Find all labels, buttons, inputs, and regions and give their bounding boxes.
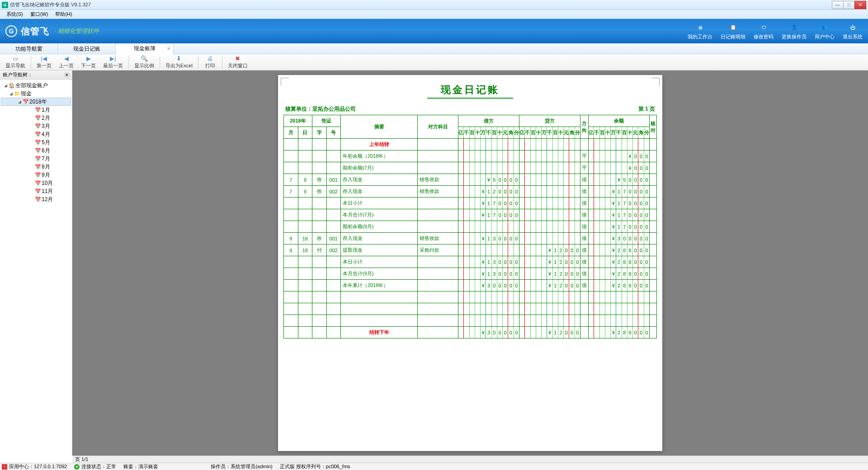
tree-label: 2018年 — [29, 98, 47, 106]
tree-month-1月[interactable]: 📅1月 — [1, 106, 71, 114]
tree-node-icon: 📅 — [34, 188, 42, 194]
close-window-icon: ✖ — [234, 56, 241, 62]
sidebar-title: 账户导航树： — [3, 71, 33, 78]
change-password[interactable]: 🛡修改密码 — [754, 23, 774, 40]
tree-month-6月[interactable]: 📅6月 — [1, 146, 71, 155]
next-page[interactable]: ▶下一页 — [77, 55, 99, 70]
tool-label: 显示导航 — [5, 62, 25, 69]
account-tree: ◢🏠全部现金账户◢📁现金◢📅2018年📅1月📅2月📅3月📅4月📅5月📅6月📅7月… — [0, 80, 72, 456]
next-page-icon: ▶ — [85, 56, 92, 62]
th-debit: 借方 — [458, 115, 519, 127]
tree-label: 3月 — [42, 122, 50, 130]
tree-group-cash[interactable]: ◢📁现金 — [1, 89, 71, 98]
prev-page[interactable]: ◀上一页 — [55, 55, 77, 70]
th-direction: 方向 — [580, 115, 589, 139]
export-excel-icon: ⬇ — [175, 56, 183, 62]
tool-label: 显示比例 — [134, 62, 154, 69]
tab-label: 现金日记账 — [73, 45, 100, 53]
tree-label: 2月 — [42, 114, 50, 122]
switch-operator-icon: 👤 — [789, 23, 800, 33]
tree-label: 1月 — [42, 106, 50, 114]
tree-year-2018[interactable]: ◢📅2018年 — [1, 98, 71, 106]
tab-功能导航窗[interactable]: 功能导航窗 — [0, 43, 58, 54]
sidebar-close-icon[interactable]: ✕ — [64, 72, 70, 78]
last-page[interactable]: ▶|最后一页 — [99, 55, 127, 70]
tabs: 功能导航窗现金日记账现金账簿✕ — [0, 43, 868, 54]
banner-action-label: 退出系统 — [843, 33, 863, 40]
menu-window[interactable]: 窗口(W) — [27, 10, 52, 19]
crop-mark-icon — [281, 78, 289, 86]
banner: G 信管飞 · 精细化管理软件 🖥我的工作台📋日记账明细🛡修改密码👤更换操作员👥… — [0, 19, 868, 43]
menu-system[interactable]: 系统(S) — [3, 10, 27, 19]
statusbar: !应用中心：127.0.0.1:7092 ●连接状态：正常 账套：演示账套 操作… — [0, 463, 868, 470]
tree-label: 5月 — [42, 139, 50, 146]
ledger-row: 9 18 付 002 提取现金 采购付款 ¥12000 借 ¥288000 — [284, 244, 657, 256]
tab-label: 现金账簿 — [134, 45, 156, 52]
zoom[interactable]: 🔍显示比例 — [131, 55, 158, 70]
tree-month-11月[interactable]: 📅11月 — [1, 187, 71, 195]
journal-detail-icon: 📋 — [728, 23, 739, 33]
document-area: 现金日记账 核算单位：亚拓办公用品公司 第 1 页 2018年 凭证 摘要 对方… — [72, 70, 868, 456]
tree-arrow-icon: ◢ — [3, 83, 8, 88]
maximize-button[interactable]: □ — [843, 1, 855, 9]
ledger-row: 7 9 收 001 存入现金 销售收款 ¥50000 借 ¥50000 — [284, 174, 657, 186]
tree-month-2月[interactable]: 📅2月 — [1, 114, 71, 122]
switch-operator[interactable]: 👤更换操作员 — [782, 23, 807, 40]
menu-help[interactable]: 帮助(H) — [52, 10, 75, 19]
show-nav-icon: ▭ — [12, 56, 19, 62]
my-workbench[interactable]: 🖥我的工作台 — [688, 23, 712, 40]
tab-现金账簿[interactable]: 现金账簿✕ — [116, 43, 174, 54]
toolbar: ▭显示导航|◀第一页◀上一页▶下一页▶|最后一页🔍显示比例⬇导出为Excel🖨打… — [0, 54, 868, 70]
ledger-row: 年初余额（2018年） 平 ¥000 — [284, 150, 657, 162]
th-year: 2018年 — [284, 115, 312, 127]
first-page[interactable]: |◀第一页 — [33, 55, 55, 70]
minimize-button[interactable]: — — [832, 1, 844, 9]
titlebar: G 信管飞出纳记账软件专业版 V9.1.327 — □ ✕ — [0, 0, 868, 10]
banner-action-label: 修改密码 — [754, 33, 774, 40]
tree-month-8月[interactable]: 📅8月 — [1, 163, 71, 171]
prev-page-icon: ◀ — [63, 56, 70, 62]
tree-label: 12月 — [42, 196, 53, 203]
tree-label: 11月 — [42, 188, 53, 195]
brand-logo-icon: G — [5, 25, 17, 37]
tree-month-9月[interactable]: 📅9月 — [1, 171, 71, 179]
export-excel[interactable]: ⬇导出为Excel — [162, 55, 196, 70]
close-window[interactable]: ✖关闭窗口 — [224, 55, 251, 70]
journal-detail[interactable]: 📋日记账明细 — [721, 23, 745, 40]
tool-label: 第一页 — [37, 62, 52, 69]
ledger-row: 7 9 收 002 存入现金 销售收款 ¥120000 借 ¥170000 — [284, 186, 657, 197]
tree-month-12月[interactable]: 📅12月 — [1, 195, 71, 203]
tree-month-4月[interactable]: 📅4月 — [1, 130, 71, 138]
tree-month-7月[interactable]: 📅7月 — [1, 155, 71, 163]
tab-close-icon[interactable]: ✕ — [167, 46, 170, 51]
brand-subtitle: · 精细化管理软件 — [55, 27, 99, 35]
show-nav[interactable]: ▭显示导航 — [2, 55, 29, 70]
ledger-row: 结转下年 ¥300000 ¥12000 ¥288000 — [284, 327, 657, 338]
ledger-row: 本年累计（2018年） ¥300000 ¥12000 借 ¥288000 — [284, 280, 657, 291]
crop-mark-icon — [651, 78, 660, 86]
ledger-row-blank — [284, 303, 657, 315]
tool-label: 打印 — [205, 62, 215, 69]
th-balance: 余额 — [589, 115, 650, 127]
print[interactable]: 🖨打印 — [200, 55, 220, 70]
tree-label: 8月 — [42, 163, 50, 171]
ledger-row-blank — [284, 315, 657, 327]
status-app-center: 应用中心：127.0.0.1:7092 — [9, 463, 67, 470]
tree-month-10月[interactable]: 📅10月 — [1, 179, 71, 187]
tree-node-icon: 📅 — [34, 148, 42, 154]
tree-month-3月[interactable]: 📅3月 — [1, 122, 71, 130]
ledger-row: 9 18 收 001 存入现金 销售收款 ¥130000 借 ¥300000 — [284, 233, 657, 244]
tree-month-5月[interactable]: 📅5月 — [1, 138, 71, 146]
sidebar-header: 账户导航树： ✕ — [0, 70, 72, 80]
app-center-icon: ! — [2, 464, 7, 470]
exit-system[interactable]: ⏻退出系统 — [843, 23, 863, 40]
last-page-icon: ▶| — [109, 56, 117, 62]
tree-root[interactable]: ◢🏠全部现金账户 — [1, 81, 71, 89]
tool-label: 关闭窗口 — [228, 62, 248, 69]
close-button[interactable]: ✕ — [854, 1, 866, 9]
user-center[interactable]: 👥用户中心 — [815, 23, 835, 40]
ledger-row: 本月合计(7月) ¥170000 借 ¥170000 — [284, 209, 657, 221]
app-icon: G — [2, 2, 8, 8]
tab-现金日记账[interactable]: 现金日记账 — [58, 43, 116, 54]
ledger-row: 期初余额(7月) 平 ¥000 — [284, 162, 657, 174]
